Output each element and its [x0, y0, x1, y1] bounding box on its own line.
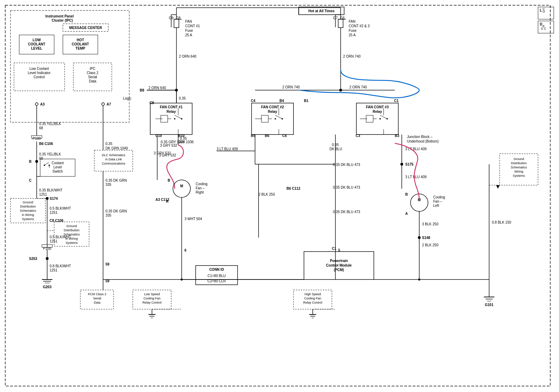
c1-relay-connector: C1 — [394, 99, 399, 103]
ipc-class2-label4: Data — [89, 79, 96, 83]
ground-dist-right-label2: Distribution — [511, 161, 527, 165]
c1-pcm-label: C1 — [332, 247, 336, 251]
svg-point-39 — [46, 197, 49, 200]
low-speed-label2: Cooling Fan — [144, 297, 161, 300]
ipc-title: Instrument Panel — [45, 14, 74, 18]
b6-c106-label: B6 C106 — [39, 142, 53, 146]
ground-dist-c8-label5: Systems — [66, 241, 78, 245]
conn-id-label: CONN ID — [209, 268, 224, 271]
svg-line-28 — [45, 162, 49, 165]
svg-text:C: C — [543, 7, 545, 11]
fan-cont23-fuse-label2: CONT #2 & 3 — [349, 24, 370, 28]
svg-text:C: C — [544, 27, 546, 30]
blk-wht-1251-top: 0.35 BLK/WHT — [39, 188, 63, 192]
b6-relay-connector: B6 — [265, 134, 269, 138]
blk-wht-1251-bot: 0.5 BLK/WHT — [50, 235, 71, 239]
dk-blu-473-bot: 0.35 DK BLU 473 — [333, 210, 360, 214]
jb-label2: Underhood (Bottom) — [407, 139, 439, 143]
b3-connector: B3 — [395, 134, 399, 138]
yel-blk-68-bot2: 68 — [39, 157, 43, 160]
blk-250-s148: 2 BLK 250 — [422, 243, 438, 247]
blk-wht-1251-s253-2: 1251 — [50, 268, 58, 272]
svg-point-117 — [400, 163, 403, 166]
ground-dist-right-label3: Schematics — [511, 166, 527, 169]
hot-coolant-label: HOT — [77, 38, 84, 42]
ground-dist-right-label5: Systems — [513, 174, 525, 177]
svg-point-99 — [379, 118, 381, 119]
low-coolant-indicator-label: Low Coolant — [29, 67, 49, 71]
ipc-class2-label2: Class 2 — [87, 71, 99, 75]
dlc-label3: Communications — [102, 162, 125, 165]
ground-dist-c8-label: Ground — [66, 224, 77, 228]
svg-point-18 — [102, 103, 104, 106]
g203-label: G203 — [43, 285, 52, 289]
hot-coolant-label3: TEMP — [75, 46, 85, 50]
ground-dist-s174-label: Ground — [23, 201, 33, 204]
dlc-label2: in Data Link — [105, 158, 122, 161]
b4-connector: B4 — [280, 99, 284, 103]
blk-wht-1251-s253: 0.8 BLK/WHT — [50, 264, 71, 268]
blk-wht-1251-top2: 1251 — [39, 193, 47, 196]
svg-point-100 — [386, 118, 388, 119]
low-coolant-label3: LEVEL — [31, 46, 42, 50]
conn-c2-label: C2=80 CLR — [208, 279, 226, 283]
svg-rect-60 — [174, 19, 179, 28]
ipc-class2-label: IPC — [90, 67, 96, 71]
svg-point-48 — [46, 257, 49, 260]
ground-dist-right-label: Ground — [514, 157, 524, 161]
orn740-mid2-label: 2 ORN 740 — [349, 85, 367, 89]
ground-dist-s174-label5: Systems — [22, 217, 34, 221]
fan-cont23-fuse-label3: Fuse — [349, 29, 357, 32]
c8-c106-label: C8 C106 — [50, 219, 64, 223]
low-speed-label: Low Speed — [144, 292, 160, 296]
fan-cont23-fuse-label: FAN — [349, 20, 355, 23]
c3-connector: C3 — [356, 134, 360, 138]
gry-532-label: 3 GRY 532 — [160, 144, 177, 147]
lt-blu-409-top: 3 LT BLU 409 — [217, 147, 238, 151]
high-speed-label3: Relay Control — [303, 301, 322, 304]
low-speed-label3: Relay Control — [143, 301, 162, 304]
blk-250-a: 3 BLK 250 — [422, 222, 438, 226]
ground-dist-right-label4: Wiring — [514, 170, 523, 173]
lt-blu-409-bot: 3 LT BLU 409 — [405, 175, 427, 179]
svg-point-17 — [35, 103, 38, 106]
svg-point-124 — [418, 236, 421, 239]
dk-grn-335-top2: 335 — [106, 183, 111, 187]
fan-cont1-relay-label: FAN CONT #1 — [160, 105, 182, 109]
fan-cont1-fuse-label3: Fuse — [185, 29, 193, 32]
fan-cont1-fuse-label4: 25 A — [185, 33, 192, 37]
cooling-fan-left-label: Cooling — [433, 195, 445, 199]
motor-left-b-label: B — [405, 193, 408, 196]
b6-c112-label: B6 C112 — [286, 187, 300, 190]
high-speed-label2: Cooling Fan — [304, 297, 321, 300]
gry1036-label-actual2: GRY 1036 — [177, 140, 194, 144]
cooling-fan-right-label: Cooling — [196, 182, 208, 186]
dlc-label: DLC Schematics — [102, 153, 125, 157]
c4-connector: C4 — [251, 99, 255, 103]
motor-b-label: B — [168, 179, 170, 182]
svg-rect-87 — [261, 115, 268, 122]
svg-rect-96 — [366, 115, 373, 122]
ground-dist-s174-label4: in Wiring — [22, 213, 34, 217]
svg-point-131 — [181, 278, 183, 281]
orn740-mid1-label: 2 ORN 740 — [282, 85, 300, 89]
orn640-top-label: 2 ORN 640 — [179, 55, 196, 58]
dk-blu-473-top: 0.35 DK BLU 473 — [333, 163, 360, 167]
ipc-title2: Cluster (IPC) — [52, 19, 73, 22]
dk-grn-1049-label: 0.35 — [106, 142, 112, 146]
fan-cont1-fuse-label: FAN — [185, 20, 192, 23]
ground-dist-s174-label3: Schematics — [20, 209, 36, 212]
svg-rect-0 — [5, 5, 550, 386]
logic-label: Logic — [123, 96, 131, 100]
svg-point-81 — [174, 118, 175, 119]
svg-point-82 — [181, 118, 182, 119]
jb-label: Junction Block – — [407, 135, 433, 139]
cooling-fan-left-label2: Fan – — [433, 199, 442, 203]
gry-1036-label: 0.35 — [179, 96, 186, 100]
dk-grn-335-bot: 0.35 DK GRN — [106, 209, 127, 213]
coolant-switch-label3: Switch — [52, 169, 63, 173]
ipc-class2-label3: Serial — [88, 75, 97, 79]
cooling-fan-right-label3: Right — [196, 190, 204, 194]
fan-cont3-relay-label2: Relay — [373, 110, 382, 114]
pin59-label: 59 — [106, 262, 110, 266]
